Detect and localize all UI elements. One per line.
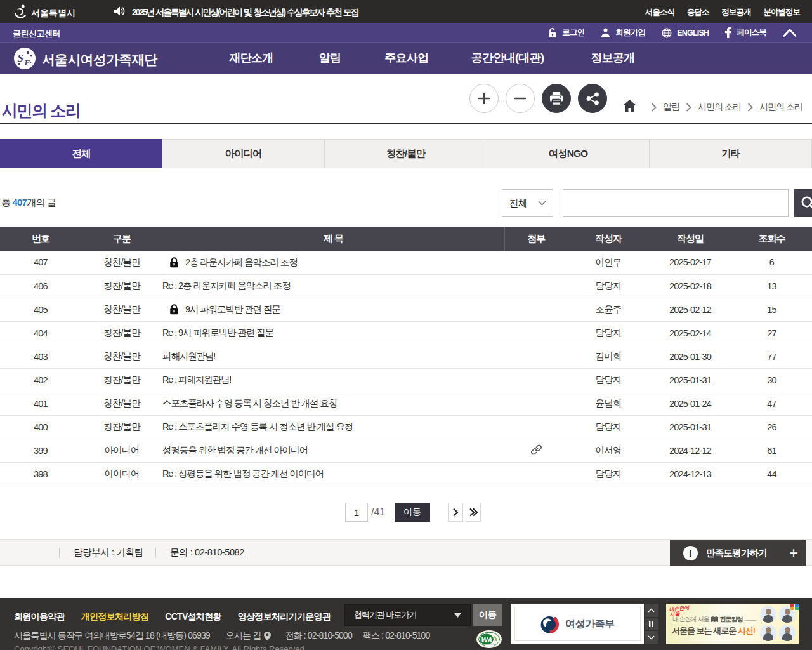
cell-author: 담당자 <box>568 462 649 486</box>
cell-views: 30 <box>731 368 812 392</box>
nav-item[interactable]: 공간안내(대관) <box>471 43 544 74</box>
facebook-link[interactable]: 페이스북 <box>725 27 766 38</box>
total-count-number: 407 <box>13 197 27 208</box>
seoul-city-logo[interactable]: 서울특별시 <box>14 4 75 22</box>
share-button[interactable] <box>578 84 607 113</box>
search-icon <box>801 196 812 211</box>
clean-report-center-link[interactable]: 클린신고센터 <box>13 28 60 39</box>
cell-no: 406 <box>0 274 81 298</box>
cell-attachment <box>504 321 568 345</box>
footer-link[interactable]: 회원이용약관 <box>14 611 65 623</box>
directions-label: 오시는 길 <box>226 630 261 642</box>
tab-label: 여성NGO <box>549 147 587 161</box>
english-label: ENGLISH <box>677 29 709 37</box>
topbar-link[interactable]: 정보공개 <box>722 7 751 18</box>
nav-item[interactable]: 주요사업 <box>384 43 428 74</box>
table-row: 402 칭찬/불만 Re : 피해지원관님! 담당자 2025-01-31 30 <box>0 368 812 392</box>
post-title-link[interactable]: Re : 피해지원관님! <box>162 374 231 386</box>
tab[interactable]: 칭찬/불만 <box>325 139 487 168</box>
satisfaction-plus-icon[interactable]: + <box>789 544 798 562</box>
table-row: 406 칭찬/불만 Re : 2층 라운지카페 음악소리 조정 담당자 2025… <box>0 274 812 298</box>
breadcrumb-item[interactable]: 시민의 소리 <box>698 102 741 113</box>
nav-item[interactable]: 정보공개 <box>591 43 634 74</box>
cell-date: 2025-02-18 <box>649 274 731 298</box>
footer: 회원이용약관 개인정보처리방침 CCTV설치현황 영상정보처리기기운영관 협력기… <box>0 598 812 650</box>
nav-item[interactable]: 재단소개 <box>229 43 273 74</box>
cell-no: 399 <box>0 439 81 462</box>
tab[interactable]: 아이디어 <box>162 139 325 168</box>
table-row: 407 칭찬/불만 2층 라운지카페 음악소리 조정 <box>0 251 812 274</box>
post-title-link[interactable]: 스포츠플라자 수영 등록 시 청소년 반 개설 요청 <box>162 397 337 409</box>
banner-controls <box>645 604 658 644</box>
notice-banner[interactable]: 2025년 서울특별시 시민상(어린이 및 청소년상) 수상후보자 추천 모집 <box>114 6 358 19</box>
cell-category: 칭찬/불만 <box>81 321 162 345</box>
page-number-input[interactable] <box>345 503 368 522</box>
tel-text: 전화 : 02-810-5000 <box>285 630 351 642</box>
cell-category: 칭찬/불만 <box>81 415 162 439</box>
gov-logo-banner[interactable]: 여성가족부 <box>511 604 644 644</box>
topbar-link[interactable]: 분야별정보 <box>764 7 801 18</box>
search-filter-select[interactable]: 전체 <box>502 189 553 217</box>
tab[interactable]: 기타 <box>650 139 812 168</box>
notice-text[interactable]: 2025년 서울특별시 시민상(어린이 및 청소년상) 수상후보자 추천 모집 <box>132 7 358 18</box>
globe-icon <box>662 28 672 38</box>
print-button[interactable] <box>542 84 571 113</box>
post-title-link[interactable]: Re : 2층 라운지카페 음악소리 조정 <box>162 280 291 292</box>
cell-attachment <box>504 439 568 462</box>
breadcrumb-home-icon[interactable] <box>623 100 636 114</box>
breadcrumb-item[interactable]: 시민의 소리 <box>759 102 802 113</box>
search-button[interactable] <box>794 189 812 217</box>
promo-banner[interactable]: 내손안에 서울 내 손안에 서울 전문칼럼 ——→ 서울을 보는 새로운 시선! <box>666 604 799 644</box>
english-link[interactable]: ENGLISH <box>662 28 709 38</box>
footer-link[interactable]: 영상정보처리기기운영관 <box>238 611 331 623</box>
footer-link[interactable]: CCTV설치현황 <box>165 611 221 623</box>
cell-attachment <box>504 298 568 321</box>
page-total: /41 <box>371 507 385 518</box>
footer-link[interactable]: 개인정보처리방침 <box>81 611 148 623</box>
login-link[interactable]: 로그인 <box>548 27 584 38</box>
cell-views: 26 <box>731 415 812 439</box>
post-title-link[interactable]: Re : 스포츠플라자 수영 등록 시 청소년 반 개설 요청 <box>162 421 353 433</box>
next-page-button[interactable] <box>448 503 463 522</box>
tab[interactable]: 전체 <box>0 139 162 168</box>
tab[interactable]: 여성NGO <box>487 139 650 168</box>
table-header-row: 번호 구분 제 목 첨부 작성자 작성일 조회수 <box>0 227 812 251</box>
breadcrumb-item[interactable]: 알림 <box>663 102 679 113</box>
post-title-link[interactable]: Re : 9시 파워로빅반 관련 질문 <box>162 327 273 339</box>
zoom-out-button[interactable] <box>506 84 535 113</box>
post-title-link[interactable]: 9시 파워로빅반 관련 질문 <box>185 303 280 315</box>
cell-date: 2024-12-12 <box>649 439 731 462</box>
cell-views: 47 <box>731 392 812 415</box>
banner-pause-button[interactable] <box>645 618 658 631</box>
nav-item[interactable]: 알림 <box>319 43 341 74</box>
banner-next-button[interactable] <box>645 631 658 644</box>
share-icon <box>586 92 599 105</box>
search-input[interactable] <box>563 189 789 217</box>
topbar-link[interactable]: 서울소식 <box>645 7 674 18</box>
directions-link[interactable]: 오시는 길 <box>226 630 272 642</box>
person-photo <box>760 606 776 623</box>
post-title-link[interactable]: 2층 라운지카페 음악소리 조정 <box>185 256 298 269</box>
table-row: 401 칭찬/불만 스포츠플라자 수영 등록 시 청소년 반 개설 요청 윤남희… <box>0 392 812 415</box>
post-title-link[interactable]: 피해지원관님! <box>162 350 215 362</box>
zoom-in-button[interactable] <box>469 84 499 113</box>
post-title-link[interactable]: 성평등을 위한 법정 공간 개선 아이디어 <box>162 444 308 456</box>
cell-views: 61 <box>731 439 812 462</box>
partner-select[interactable]: 협력기관 바로가기 <box>344 604 471 626</box>
post-title-link[interactable]: Re : 성평등을 위한 법정 공간 개선 아이디어 <box>162 468 324 480</box>
join-label: 회원가입 <box>615 27 645 38</box>
col-category: 구분 <box>81 227 162 251</box>
collapse-chevron-icon[interactable] <box>783 29 797 37</box>
last-page-button[interactable] <box>466 503 481 522</box>
satisfaction-button[interactable]: ! 만족도평가하기 + <box>670 540 806 566</box>
go-page-button[interactable]: 이동 <box>395 503 430 522</box>
partner-go-button[interactable]: 이동 <box>473 604 502 626</box>
join-link[interactable]: 회원가입 <box>601 27 645 38</box>
cell-no: 407 <box>0 251 81 274</box>
exclamation-icon: ! <box>683 546 698 560</box>
topbar-link[interactable]: 응답소 <box>687 7 709 18</box>
category-tabs: 전체 아이디어 칭찬/불만 여성NGO 기타 <box>0 139 812 168</box>
cell-attachment <box>504 251 568 274</box>
banner-prev-button[interactable] <box>645 604 658 617</box>
banner-line1: 내 손안에 서울 전문칼럼 ——→ <box>672 615 762 624</box>
